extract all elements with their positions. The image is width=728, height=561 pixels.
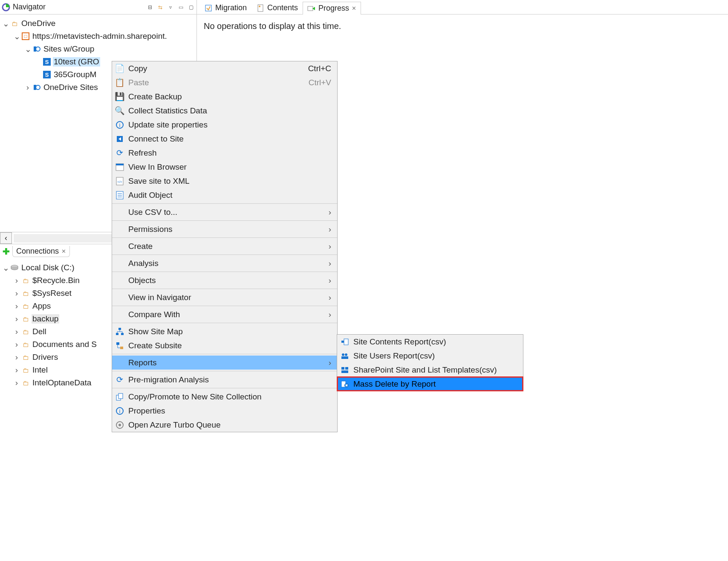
site-icon: S	[43, 70, 51, 79]
svg-point-34	[342, 353, 344, 356]
menu-site-users-report[interactable]: Site Users Report(csv)	[337, 349, 523, 363]
expand-icon[interactable]: ›	[14, 301, 20, 311]
menu-objects[interactable]: Objects›	[112, 273, 337, 287]
expand-icon[interactable]: ›	[14, 340, 20, 349]
expand-icon[interactable]: ›	[14, 327, 20, 336]
menu-create-subsite[interactable]: Create Subsite	[112, 338, 337, 353]
menu-analysis[interactable]: Analysis›	[112, 256, 337, 270]
expand-icon[interactable]: ›	[14, 365, 20, 375]
expand-icon[interactable]: ›	[14, 378, 20, 387]
svg-rect-33	[341, 341, 344, 343]
menu-site-contents-report[interactable]: Site Contents Report(csv)	[337, 335, 523, 349]
menu-mass-delete-report[interactable]: Mass Delete by Report	[337, 377, 523, 391]
expand-icon[interactable]: ›	[14, 353, 20, 362]
menu-create[interactable]: Create›	[112, 239, 337, 253]
stats-icon: 🔍	[115, 106, 125, 116]
close-icon[interactable]: ✕	[352, 5, 356, 12]
folder-icon: 🗀	[21, 315, 30, 323]
tree-label: https://metavistech-admin.sharepoint.	[32, 32, 168, 41]
menu-collect-stats[interactable]: 🔍Collect Statistics Data	[112, 104, 337, 118]
menu-show-site-map[interactable]: Show Site Map	[112, 324, 337, 338]
folder-icon: 🗀	[21, 276, 30, 285]
chevron-right-icon: ›	[329, 276, 331, 285]
expand-icon[interactable]: ›	[14, 276, 20, 285]
maximize-button[interactable]: ▢	[187, 3, 195, 11]
expand-icon[interactable]: ›	[14, 289, 20, 298]
close-icon[interactable]: ✕	[61, 248, 66, 254]
menu-premigration-analysis[interactable]: ⟳Pre-migration Analysis	[112, 373, 337, 387]
tab-contents[interactable]: Contents	[251, 1, 303, 14]
collapse-all-button[interactable]: ⊟	[146, 3, 154, 11]
view-menu-button[interactable]: ▿	[167, 3, 174, 11]
add-connection-icon[interactable]: ✚	[3, 246, 10, 257]
menu-compare-with[interactable]: Compare With›	[112, 307, 337, 321]
menu-site-templates-report[interactable]: SharePoint Site and List Templates(csv)	[337, 363, 523, 377]
svg-text:i: i	[119, 122, 121, 128]
expand-icon[interactable]: ⌄	[14, 32, 20, 41]
svg-point-35	[345, 353, 347, 356]
minimize-button[interactable]: ▭	[177, 3, 185, 11]
connections-tab[interactable]: Connections ✕	[12, 246, 70, 257]
reports-submenu: Site Contents Report(csv) Site Users Rep…	[337, 334, 523, 391]
svg-rect-23	[121, 333, 124, 335]
chevron-right-icon: ›	[329, 358, 331, 367]
tree-label: Apps	[32, 301, 52, 311]
menu-copy-promote[interactable]: Copy/Promote to New Site Collection	[112, 390, 337, 392]
tree-label: $Recycle.Bin	[32, 276, 81, 285]
expand-icon[interactable]: ›	[14, 314, 20, 324]
expand-icon[interactable]: ⌄	[25, 44, 31, 54]
menu-view-browser[interactable]: View In Browser	[112, 160, 337, 174]
copy-icon: 📄	[115, 64, 125, 73]
svg-rect-32	[344, 339, 348, 345]
templates-icon	[340, 366, 350, 374]
tab-label: Migration	[215, 3, 247, 12]
tree-item[interactable]: ⌄ □ https://metavistech-admin.sharepoint…	[0, 30, 196, 43]
svg-rect-22	[116, 333, 118, 335]
menu-connect-site[interactable]: Connect to Site	[112, 132, 337, 146]
tree-label: 365GroupM	[53, 70, 97, 79]
backup-icon: 💾	[115, 92, 125, 101]
menu-view-navigator[interactable]: View in Navigator›	[112, 290, 337, 304]
svg-point-8	[259, 6, 260, 7]
chevron-right-icon: ›	[329, 242, 331, 251]
expand-icon[interactable]: ⌄	[3, 19, 9, 29]
sitemap-icon	[115, 327, 125, 336]
tree-label: Sites w/Group	[43, 44, 95, 54]
tab-progress[interactable]: Progress ✕	[303, 2, 361, 14]
link-editor-button[interactable]: ⇆	[156, 3, 164, 11]
progress-panel-body: No operations to display at this time.	[197, 14, 728, 38]
subsite-icon	[115, 341, 125, 350]
chevron-right-icon: ›	[329, 225, 331, 234]
svg-rect-39	[341, 370, 348, 373]
menu-refresh[interactable]: ⟳Refresh	[112, 146, 337, 160]
menu-permissions[interactable]: Permissions›	[112, 222, 337, 236]
menu-save-xml[interactable]: </>Save site to XML	[112, 174, 337, 188]
navigator-header: Navigator ⊟ ⇆ ▿ ▭ ▢	[0, 0, 196, 14]
menu-copy[interactable]: 📄CopyCtrl+C	[112, 61, 337, 75]
tree-item[interactable]: ⌄ Sites w/Group	[0, 43, 196, 55]
svg-rect-24	[116, 342, 119, 345]
menu-audit-object[interactable]: Audit Object	[112, 188, 337, 202]
svg-rect-9	[308, 6, 313, 11]
expand-icon[interactable]: ›	[25, 83, 31, 92]
tab-migration[interactable]: Migration	[199, 1, 251, 14]
menu-reports[interactable]: Reports›	[112, 356, 337, 370]
refresh-icon: ⟳	[115, 148, 125, 158]
tree-item[interactable]: ⌄ 🗀 OneDrive	[0, 17, 196, 30]
shortcut: Ctrl+V	[309, 78, 331, 87]
scroll-left-button[interactable]: ‹	[0, 232, 12, 244]
svg-rect-21	[118, 328, 121, 330]
browser-icon	[115, 163, 125, 171]
expand-icon[interactable]: ⌄	[3, 263, 9, 273]
menu-update-properties[interactable]: iUpdate site properties	[112, 118, 337, 132]
folder-icon: 🗀	[21, 302, 30, 310]
site-icon: S	[43, 58, 51, 66]
tree-label: IntelOptaneData	[32, 378, 92, 387]
shortcut: Ctrl+C	[308, 64, 331, 73]
tree-label: 10test (GRO	[53, 57, 100, 67]
menu-use-csv[interactable]: Use CSV to...›	[112, 205, 337, 219]
tree-label: OneDrive	[20, 19, 56, 28]
svg-rect-14	[116, 164, 124, 165]
menu-label: Site Contents Report(csv)	[353, 337, 446, 347]
menu-create-backup[interactable]: 💾Create Backup	[112, 90, 337, 104]
